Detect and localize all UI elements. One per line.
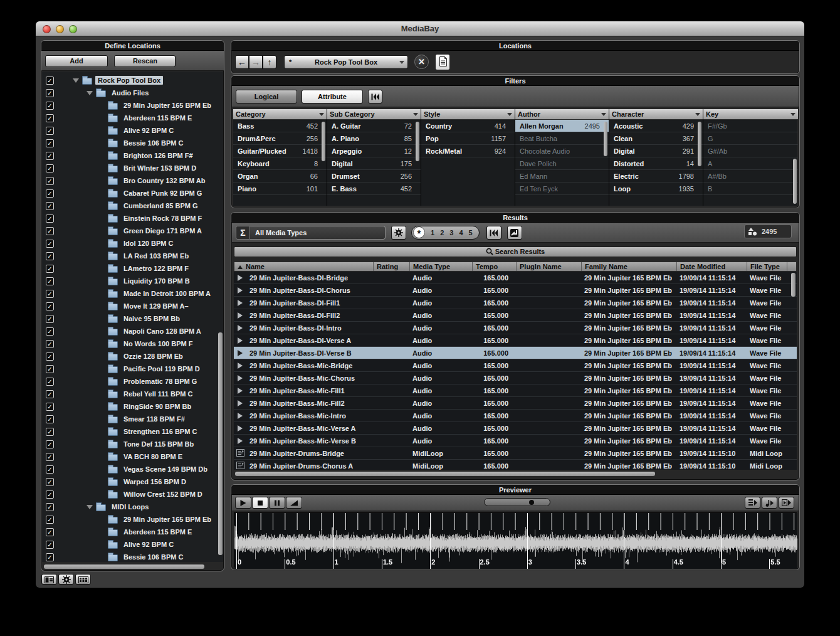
rating-value[interactable]: 2 bbox=[440, 229, 444, 236]
tree-item[interactable]: ✓LA Red 103 BPM Eb bbox=[42, 250, 223, 262]
tree-item[interactable]: ✓Vegas Scene 149 BPM Db bbox=[42, 463, 223, 475]
filter-item[interactable]: Piano101 bbox=[233, 183, 327, 195]
audio-play-icon[interactable] bbox=[234, 310, 246, 321]
rating-value[interactable]: 3 bbox=[449, 229, 453, 236]
scrollbar-thumb[interactable] bbox=[698, 122, 701, 166]
filter-item[interactable]: Dave Polich bbox=[515, 157, 609, 170]
tree-item[interactable]: ✓LAmetro 122 BPM F bbox=[42, 262, 223, 275]
results-horizontal-scrollbar[interactable] bbox=[235, 472, 655, 476]
checkbox-checked-icon[interactable]: ✓ bbox=[46, 403, 54, 411]
column-header-tempo[interactable]: Tempo bbox=[473, 262, 517, 271]
result-row[interactable]: 29 Min Jupiter-Bass-Mic-Verse BAudio165.… bbox=[234, 435, 797, 447]
up-button[interactable]: ↑ bbox=[263, 55, 276, 69]
filter-item[interactable]: Keyboard8 bbox=[233, 157, 327, 170]
tree-item[interactable]: ✓Audio Files bbox=[42, 87, 223, 99]
checkbox-checked-icon[interactable]: ✓ bbox=[46, 352, 54, 361]
tree-item[interactable]: ✓Made In Detroit 100 BPM A bbox=[42, 287, 223, 300]
checkbox-checked-icon[interactable]: ✓ bbox=[46, 528, 54, 536]
tree-item[interactable]: ✓Smear 118 BPM F# bbox=[42, 413, 223, 425]
column-header-file-type[interactable]: File Type bbox=[747, 262, 787, 271]
tree-item[interactable]: ✓Tone Def 115 BPM Bb bbox=[42, 438, 223, 450]
audio-play-icon[interactable] bbox=[234, 297, 246, 309]
tree-item[interactable]: ✓VA BCH 80 BPM E bbox=[42, 450, 223, 463]
waveform-display[interactable]: 00.511.522.533.544.555.5 bbox=[234, 512, 797, 567]
filter-item[interactable]: Digital175 bbox=[327, 157, 421, 170]
scrollbar-thumb[interactable] bbox=[322, 122, 325, 161]
checkbox-checked-icon[interactable]: ✓ bbox=[46, 428, 54, 436]
result-row[interactable]: 29 Min Jupiter-Bass-Mic-IntroAudio165.00… bbox=[234, 410, 797, 422]
checkbox-checked-icon[interactable]: ✓ bbox=[46, 89, 54, 97]
tree-item[interactable]: ✓Alive 92 BPM C bbox=[42, 538, 223, 551]
checkbox-checked-icon[interactable]: ✓ bbox=[46, 139, 54, 147]
tree-item[interactable]: ✓Bro Country 132 BPM Ab bbox=[42, 174, 223, 187]
attribute-tab[interactable]: Attribute bbox=[302, 90, 363, 103]
expand-triangle-icon[interactable] bbox=[73, 78, 79, 83]
checkbox-checked-icon[interactable]: ✓ bbox=[46, 202, 54, 210]
checkbox-checked-icon[interactable]: ✓ bbox=[46, 77, 54, 85]
checkbox-checked-icon[interactable]: ✓ bbox=[46, 164, 54, 172]
filter-item[interactable]: Allen Morgan2495 bbox=[515, 120, 609, 132]
tree-item[interactable]: ✓Warped 156 BPM D bbox=[42, 475, 223, 488]
column-header-media-type[interactable]: Media Type bbox=[410, 262, 473, 271]
filter-item[interactable]: E. Bass452 bbox=[327, 183, 421, 195]
tree-horizontal-scrollbar[interactable] bbox=[44, 564, 204, 569]
expand-triangle-icon[interactable] bbox=[87, 91, 93, 95]
checkbox-checked-icon[interactable]: ✓ bbox=[46, 277, 54, 285]
audio-play-icon[interactable] bbox=[234, 398, 246, 409]
sigma-icon[interactable]: Σ bbox=[236, 226, 250, 240]
filter-column-header[interactable]: Category bbox=[233, 109, 327, 120]
tree-item[interactable]: ✓Rebel Yell 111 BPM C bbox=[42, 388, 223, 400]
checkbox-checked-icon[interactable]: ✓ bbox=[46, 315, 54, 323]
play-in-project-toggle[interactable] bbox=[762, 497, 777, 509]
checkbox-checked-icon[interactable]: ✓ bbox=[46, 503, 54, 511]
rating-filter[interactable]: * 12345 bbox=[411, 226, 480, 240]
tree-item[interactable]: ✓Problematic 78 BPM G bbox=[42, 375, 223, 388]
tree-item[interactable]: ✓Strengthen 116 BPM C bbox=[42, 425, 223, 438]
auto-play-toggle[interactable] bbox=[745, 497, 760, 509]
midi-loop-icon[interactable] bbox=[234, 448, 246, 459]
tree-item[interactable]: ✓MIDI Loops bbox=[42, 501, 223, 513]
tree-item[interactable]: ✓29 Min Jupiter 165 BPM Eb bbox=[42, 99, 223, 112]
result-row[interactable]: 29 Min Jupiter-Bass-Mic-Verse AAudio165.… bbox=[234, 422, 797, 435]
checkbox-checked-icon[interactable]: ✓ bbox=[46, 516, 54, 524]
checkbox-checked-icon[interactable]: ✓ bbox=[46, 490, 54, 499]
checkbox-checked-icon[interactable]: ✓ bbox=[46, 541, 54, 549]
tree-item[interactable]: ✓Aberdeen 115 BPM E bbox=[42, 112, 223, 124]
search-results-bar[interactable]: Search Results bbox=[234, 246, 797, 257]
checkbox-checked-icon[interactable]: ✓ bbox=[46, 440, 54, 448]
checkbox-checked-icon[interactable]: ✓ bbox=[46, 127, 54, 135]
filter-item[interactable]: Beat Butcha bbox=[515, 132, 609, 145]
tree-item[interactable]: ✓Ozzie 128 BPM Eb bbox=[42, 350, 223, 363]
result-row[interactable]: 29 Min Jupiter-Bass-DI-Fill1Audio165.000… bbox=[234, 297, 797, 309]
filter-item[interactable]: Arpeggio12 bbox=[327, 145, 421, 157]
filter-item[interactable]: G#/Ab bbox=[703, 145, 798, 157]
settings-button[interactable] bbox=[58, 574, 74, 585]
align-beats-toggle[interactable] bbox=[779, 497, 794, 509]
midi-loop-icon[interactable] bbox=[234, 460, 246, 470]
column-header-date-modified[interactable]: Date Modified bbox=[677, 262, 747, 271]
tree-item[interactable]: ✓Brighton 126 BPM F# bbox=[42, 149, 223, 162]
filter-item[interactable]: Ed Mann bbox=[515, 170, 609, 183]
audio-play-icon[interactable] bbox=[234, 335, 246, 346]
checkbox-checked-icon[interactable]: ✓ bbox=[46, 378, 54, 386]
filter-item[interactable]: Organ66 bbox=[233, 170, 327, 183]
filter-item[interactable]: A. Guitar72 bbox=[327, 120, 421, 132]
checkbox-checked-icon[interactable]: ✓ bbox=[46, 240, 54, 248]
tree-item[interactable]: ✓Einstein Rock 78 BPM F bbox=[42, 212, 223, 225]
column-header-name[interactable]: Name bbox=[234, 262, 374, 271]
scrollbar-thumb[interactable] bbox=[793, 159, 797, 204]
grid-view-button[interactable] bbox=[75, 574, 91, 585]
filter-item[interactable]: B bbox=[703, 183, 798, 195]
scrollbar-thumb[interactable] bbox=[416, 122, 419, 161]
pause-button[interactable] bbox=[269, 497, 285, 509]
filter-item[interactable]: G bbox=[703, 132, 798, 145]
result-row[interactable]: 29 Min Jupiter-Bass-Mic-ChorusAudio165.0… bbox=[234, 372, 797, 384]
window-layout-button[interactable] bbox=[41, 574, 57, 585]
filter-item[interactable]: Distorted14 bbox=[609, 157, 703, 170]
tree-item[interactable]: ✓Green Diego 171 BPM A bbox=[42, 225, 223, 237]
filter-column-header[interactable]: Key bbox=[703, 109, 798, 120]
checkbox-checked-icon[interactable]: ✓ bbox=[46, 465, 54, 474]
tree-item[interactable]: ✓Naive 95 BPM Bb bbox=[42, 312, 223, 325]
tree-item[interactable]: ✓Move It 129 BPM A– bbox=[42, 300, 223, 312]
remove-location-button[interactable]: ✕ bbox=[414, 55, 429, 69]
